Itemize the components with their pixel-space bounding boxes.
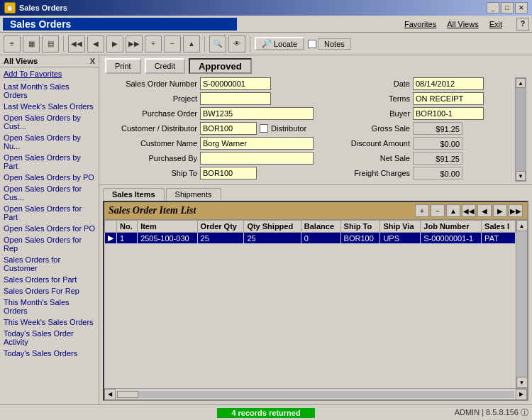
sidebar-close-btn[interactable]: X	[90, 57, 95, 65]
add-record-btn[interactable]: +	[145, 35, 162, 52]
h-scroll-left[interactable]: ◀	[104, 389, 116, 400]
ship-to-row: Ship To	[105, 167, 340, 179]
sidebar-item-open-rep[interactable]: Open Sales Orders for Rep	[0, 234, 99, 254]
grid-first-btn[interactable]: ◀◀	[462, 204, 476, 217]
grid-prev-btn[interactable]: ◀	[477, 204, 492, 217]
app-icon: 📋	[4, 2, 16, 13]
sales-order-input[interactable]	[200, 77, 271, 90]
help-button[interactable]: ?	[516, 18, 529, 31]
minimize-btn[interactable]: _	[487, 2, 499, 13]
ship-to-input[interactable]	[200, 167, 257, 179]
grid-up-btn[interactable]: ▲	[446, 204, 460, 217]
sidebar-item-open-po[interactable]: Open Sales Orders by PO	[0, 172, 99, 183]
tab-sales-items[interactable]: Sales Items	[103, 188, 165, 201]
cell-balance: 0	[301, 233, 340, 244]
sidebar-item-open-cus[interactable]: Open Sales Orders for Cus...	[0, 183, 99, 203]
form-scroll-down[interactable]: ▼	[516, 171, 526, 181]
menu-favorites[interactable]: Favorites	[404, 20, 436, 28]
notes-button[interactable]: Notes	[318, 38, 351, 50]
col-ship-to: Ship To	[340, 221, 380, 233]
binoculars-btn[interactable]: 👁	[228, 35, 245, 52]
sidebar-item-open-cust[interactable]: Open Sales Orders by Cust...	[0, 112, 99, 132]
sidebar-item-last-month[interactable]: Last Month's Sales Orders	[0, 81, 99, 101]
list-view-btn[interactable]: ≡	[4, 35, 21, 52]
sidebar-item-so-rep[interactable]: Sales Orders For Rep	[0, 285, 99, 297]
prev-record-btn[interactable]: ◀	[87, 35, 104, 52]
customer-name-input[interactable]	[200, 137, 314, 150]
freight-charges-row: Freight Charges $0.00	[346, 167, 502, 179]
grid-area: Sales Order Item List + − ▲ ◀◀ ◀ ▶ ▶▶	[103, 201, 528, 401]
sidebar-item-open-num[interactable]: Open Sales Orders by Nu...	[0, 132, 99, 152]
sidebar-item-today-orders[interactable]: Today's Sales Orders	[0, 348, 99, 359]
distributor-checkbox[interactable]	[260, 124, 268, 133]
buyer-input[interactable]	[413, 107, 484, 120]
close-btn[interactable]: ✕	[515, 2, 528, 13]
purchased-by-label: Purchased By	[105, 154, 197, 162]
buyer-label: Buyer	[346, 109, 410, 118]
cell-order-qty: 25	[197, 233, 244, 244]
date-row: Date	[346, 77, 502, 90]
sidebar-item-open-part[interactable]: Open Sales Orders by Part	[0, 152, 99, 172]
locate-icon: 🔎	[262, 39, 272, 48]
delete-record-btn[interactable]: −	[164, 35, 181, 52]
add-to-favorites-btn[interactable]: Add To Favorites	[0, 67, 99, 81]
purchase-order-input[interactable]	[200, 107, 314, 120]
customer-name-row: Customer Name	[105, 137, 340, 150]
grid-next-btn[interactable]: ▶	[493, 204, 507, 217]
project-label: Project	[105, 94, 197, 103]
discount-amount-label: Discount Amount	[346, 139, 410, 148]
grid-last-btn[interactable]: ▶▶	[509, 204, 523, 217]
customer-distributor-input[interactable]	[200, 122, 257, 135]
window-controls[interactable]: _ □ ✕	[487, 2, 528, 13]
purchased-by-input[interactable]	[200, 152, 314, 165]
maximize-btn[interactable]: □	[501, 2, 514, 13]
menu-items: Favorites All Views Exit ?	[404, 18, 529, 31]
sidebar-item-this-month[interactable]: This Month's Sales Orders	[0, 297, 99, 316]
tab-shipments[interactable]: Shipments	[166, 188, 221, 201]
detail-view-btn[interactable]: ▤	[42, 35, 59, 52]
sidebar-item-open-po2[interactable]: Open Sales Orders for PO	[0, 223, 99, 234]
net-sale-label: Net Sale	[346, 154, 410, 162]
table-row[interactable]: ▶ 1 2505-100-030 25 25 0 BOR100 UPS S-00	[105, 233, 516, 244]
locate-button[interactable]: 🔎 Locate	[255, 37, 304, 50]
date-input[interactable]	[413, 77, 484, 90]
v-scroll-down[interactable]: ▼	[516, 377, 528, 388]
menu-all-views[interactable]: All Views	[447, 20, 478, 28]
first-record-btn[interactable]: ◀◀	[68, 35, 85, 52]
col-qty-shipped: Qty Shipped	[244, 221, 301, 233]
up-btn[interactable]: ▲	[183, 35, 200, 52]
h-scroll-right[interactable]: ▶	[516, 389, 527, 400]
sidebar-item-last-week[interactable]: Last Week's Sales Orders	[0, 101, 99, 112]
grid-add-btn[interactable]: +	[415, 204, 429, 217]
table-wrapper: No. Item Order Qty Qty Shipped Balance S…	[104, 220, 527, 388]
v-scroll-up[interactable]: ▲	[516, 220, 528, 231]
terms-input[interactable]	[413, 92, 484, 105]
next-record-btn[interactable]: ▶	[106, 35, 123, 52]
col-job-number: Job Number	[421, 221, 482, 233]
table-scroll[interactable]: No. Item Order Qty Qty Shipped Balance S…	[104, 220, 516, 388]
status-badge: Approved	[189, 58, 252, 74]
sidebar-item-today-activity[interactable]: Today's Sales Order Activity	[0, 328, 99, 348]
col-order-qty: Order Qty	[197, 221, 244, 233]
discount-amount-row: Discount Amount $0.00	[346, 137, 502, 150]
menu-exit[interactable]: Exit	[489, 20, 502, 28]
project-input[interactable]	[200, 92, 271, 105]
search-btn[interactable]: 🔍	[209, 35, 226, 52]
form-scroll-up[interactable]: ▲	[516, 78, 526, 88]
last-record-btn[interactable]: ▶▶	[126, 35, 143, 52]
sidebar-item-so-part[interactable]: Sales Orders for Part	[0, 274, 99, 285]
grid-delete-btn[interactable]: −	[431, 204, 445, 217]
distributor-label: Distributor	[271, 124, 306, 133]
date-label: Date	[346, 79, 410, 88]
gross-sale-row: Gross Sale $91.25	[346, 122, 502, 135]
print-button[interactable]: Print	[105, 58, 141, 74]
notes-checkbox[interactable]	[308, 40, 316, 48]
sidebar-item-so-customer[interactable]: Sales Orders for Customer	[0, 254, 99, 274]
right-panel: Print Credit Approved Sales Order Number…	[99, 55, 532, 404]
sidebar-item-open-part2[interactable]: Open Sales Orders for Part	[0, 203, 99, 223]
credit-button[interactable]: Credit	[145, 58, 185, 74]
freight-charges-label: Freight Charges	[346, 169, 410, 177]
h-scroll-thumb[interactable]	[117, 391, 138, 398]
sidebar-item-this-week[interactable]: This Week's Sales Orders	[0, 316, 99, 328]
card-view-btn[interactable]: ▦	[23, 35, 40, 52]
